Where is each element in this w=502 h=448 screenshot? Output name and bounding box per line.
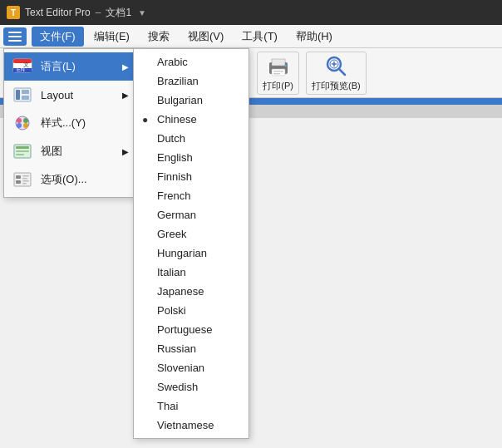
lang-swedish[interactable]: Swedish [134, 377, 249, 396]
lang-brazilian-label: Brazilian [157, 75, 199, 87]
svg-rect-40 [22, 90, 29, 94]
svg-rect-57 [22, 183, 27, 185]
lang-dutch-label: Dutch [157, 132, 185, 145]
svg-text:EN: EN [17, 66, 25, 72]
lang-finnish[interactable]: Finnish [134, 167, 249, 186]
svg-rect-25 [273, 73, 280, 75]
lang-slovenian[interactable]: Slovenian [134, 358, 249, 377]
menu-file[interactable]: 文件(F) [32, 27, 84, 47]
lang-thai-label: Thai [157, 400, 178, 412]
svg-rect-52 [16, 175, 21, 179]
lang-polski-label: Polski [157, 304, 186, 317]
menu-tools[interactable]: 工具(T) [234, 27, 286, 47]
lang-brazilian[interactable]: Brazilian [134, 71, 249, 91]
svg-rect-26 [284, 65, 287, 66]
app-name: Text Editor Pro [25, 7, 91, 18]
menu-bar: 文件(F) 编辑(E) 搜索 视图(V) 工具(T) 帮助(H) [0, 25, 502, 48]
lang-vietnamese[interactable]: Vietnamese [134, 416, 249, 435]
svg-point-44 [23, 118, 28, 123]
language-icon: EN 文 [11, 57, 34, 76]
hamburger-line-2 [8, 36, 22, 37]
lang-hungarian-label: Hungarian [157, 247, 207, 259]
view2-icon [11, 141, 34, 161]
svg-rect-22 [272, 59, 285, 66]
lang-german[interactable]: German [134, 205, 249, 224]
svg-rect-39 [16, 90, 20, 100]
svg-rect-56 [22, 180, 29, 182]
lang-english-label: English [157, 151, 193, 164]
lang-japanese-label: Japanese [157, 285, 204, 298]
lang-chinese-label: Chinese [157, 113, 197, 126]
svg-line-29 [339, 69, 345, 75]
lang-german-label: German [157, 209, 196, 221]
style-icon-svg [12, 114, 32, 132]
lang-russian-label: Russian [157, 342, 196, 355]
svg-rect-41 [22, 96, 29, 100]
menu-edit[interactable]: 编辑(E) [86, 27, 138, 47]
layout-menu-item[interactable]: Layout ▶ [4, 81, 135, 109]
lang-japanese[interactable]: Japanese [134, 282, 249, 301]
lang-slovenian-label: Slovenian [157, 362, 204, 374]
print-preview-label: 打印预览(B) [312, 80, 361, 92]
style-icon [11, 113, 34, 133]
options-label: 选项(O)... [41, 172, 116, 187]
layout-submenu-arrow: ▶ [122, 91, 129, 100]
language-dropdown: Arabic Brazilian Bulgarian ● Chinese Dut… [133, 48, 249, 439]
style-menu-item[interactable]: 样式...(Y) ▶ [4, 109, 135, 137]
lang-french[interactable]: French [134, 186, 249, 205]
options-menu-item[interactable]: 选项(O)... ▶ [4, 165, 135, 194]
lang-dutch[interactable]: Dutch [134, 129, 249, 148]
view2-submenu-arrow: ▶ [122, 147, 129, 156]
lang-bulgarian-label: Bulgarian [157, 94, 203, 106]
doc-chevron: ▼ [138, 8, 146, 17]
magnifier-icon [324, 54, 347, 77]
layout-label: Layout [41, 89, 116, 101]
svg-rect-53 [16, 180, 21, 184]
lang-russian[interactable]: Russian [134, 339, 249, 358]
language-menu-item[interactable]: EN 文 语言(L) ▶ [4, 52, 135, 81]
hamburger-button[interactable] [3, 27, 27, 46]
lang-greek[interactable]: Greek [134, 224, 249, 244]
lang-english[interactable]: English [134, 148, 249, 167]
lang-portuguese[interactable]: Portuguese [134, 320, 249, 339]
svg-point-42 [16, 116, 29, 130]
svg-rect-54 [22, 175, 29, 177]
hamburger-line-3 [8, 40, 22, 42]
lang-arabic[interactable]: Arabic [134, 52, 249, 71]
print-button[interactable]: 打印(P) [257, 52, 299, 95]
view2-menu-item[interactable]: 视图 ▶ [4, 137, 135, 165]
view-icon-svg [12, 142, 32, 160]
menu-search[interactable]: 搜索 [140, 27, 178, 47]
menu-view[interactable]: 视图(V) [180, 27, 232, 47]
lang-french-label: French [157, 190, 190, 202]
options-icon-svg [12, 170, 32, 189]
lang-italian[interactable]: Italian [134, 263, 249, 282]
menu-help[interactable]: 帮助(H) [288, 27, 341, 47]
printer-icon [266, 54, 291, 77]
lang-portuguese-label: Portuguese [157, 323, 213, 336]
app-icon: T [7, 6, 20, 19]
lang-bulgarian[interactable]: Bulgarian [134, 91, 249, 110]
lang-hungarian[interactable]: Hungarian [134, 244, 249, 263]
lang-icon-svg: EN 文 [12, 57, 32, 76]
print-icon [265, 54, 292, 77]
print-preview-button[interactable]: 打印预览(B) [306, 52, 367, 95]
svg-point-46 [23, 123, 28, 128]
language-label: 语言(L) [41, 59, 116, 74]
layout-icon [11, 85, 34, 105]
svg-point-43 [17, 118, 22, 123]
svg-rect-55 [22, 178, 27, 180]
style-label: 样式...(Y) [41, 116, 116, 130]
lang-italian-label: Italian [157, 266, 186, 278]
lang-chinese[interactable]: ● Chinese [134, 110, 249, 129]
title-separator: – [96, 7, 101, 18]
layout-icon-svg [12, 86, 32, 104]
svg-point-45 [17, 123, 22, 128]
lang-thai[interactable]: Thai [134, 396, 249, 416]
svg-rect-50 [16, 154, 24, 155]
svg-rect-23 [272, 69, 285, 76]
hamburger-line-1 [8, 32, 22, 33]
doc-name: 文档1 [106, 6, 131, 20]
lang-finnish-label: Finnish [157, 170, 192, 183]
lang-polski[interactable]: Polski [134, 301, 249, 320]
